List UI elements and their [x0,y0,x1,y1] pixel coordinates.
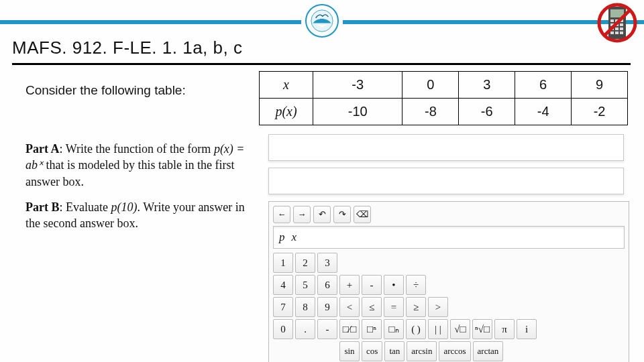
math-keypad: ← → ↶ ↷ ⌫ p x 1 2 3 4 5 6 + - • ÷ 7 8 9 … [268,201,629,362]
table-cell: -4 [515,99,572,125]
backspace-button[interactable]: ⌫ [354,206,371,223]
key-cos[interactable]: cos [362,341,382,361]
svg-rect-11 [620,27,623,30]
key-gt[interactable]: > [428,297,448,317]
svg-rect-3 [610,19,614,22]
table-row: p(x) -10 -8 -6 -4 -2 [260,99,628,125]
table-cell: 6 [515,72,572,99]
undo-button[interactable]: ↶ [313,206,331,223]
key-5[interactable]: 5 [295,275,315,295]
keypad-row: 0 . - □⁄□ □ⁿ □ₙ ( ) | | √□ ⁿ√□ π i [273,319,625,339]
key-divide[interactable]: ÷ [406,275,426,295]
key-7[interactable]: 7 [273,297,293,317]
key-arccos[interactable]: arccos [439,341,470,361]
key-arctan[interactable]: arctan [473,341,504,361]
key-sqrt[interactable]: √□ [450,319,470,339]
part-a-text2: that is modeled by this table in the fir… [25,158,234,188]
keypad-row: 4 5 6 + - • ÷ [273,275,625,295]
row-label-x: x [260,72,313,99]
standard-code: MAFS. 912. F-LE. 1. 1a, b, c [12,38,242,58]
part-a: Part A: Write the function of the form p… [25,141,254,190]
key-abs[interactable]: | | [428,319,448,339]
table-cell: -10 [313,99,402,125]
keypad-grid: 1 2 3 4 5 6 + - • ÷ 7 8 9 < ≤ = ≥ > 0 . … [269,253,629,362]
entry-token: x [292,231,297,244]
answer-box-1[interactable] [268,134,624,161]
key-lt[interactable]: < [339,297,360,317]
part-b-text: : Evaluate [59,200,111,214]
no-calculator-icon [597,3,637,43]
key-fraction[interactable]: □⁄□ [339,319,360,339]
question-parts: Part A: Write the function of the form p… [25,141,254,241]
row-label-px: p(x) [260,99,313,125]
function-table: x -3 0 3 6 9 p(x) -10 -8 -6 -4 -2 [259,71,628,125]
key-arcsin[interactable]: arcsin [407,341,437,361]
title-underline [12,63,631,65]
svg-rect-10 [615,27,619,30]
district-logo-icon [305,4,339,38]
key-3[interactable]: 3 [317,253,337,273]
answer-box-2[interactable] [268,168,624,194]
key-plus[interactable]: + [339,275,360,295]
table-cell: 3 [459,72,515,99]
key-neg[interactable]: - [317,319,337,339]
key-subscript[interactable]: □ₙ [384,319,404,339]
keypad-toolbar: ← → ↶ ↷ ⌫ [269,202,629,226]
svg-rect-13 [615,32,619,34]
key-i[interactable]: i [517,319,537,339]
key-dot-op[interactable]: • [384,275,404,295]
key-2[interactable]: 2 [295,253,315,273]
key-decimal[interactable]: . [295,319,315,339]
key-pi[interactable]: π [494,319,515,339]
table-cell: 9 [572,72,628,99]
key-1[interactable]: 1 [273,253,293,273]
part-a-text: : Write the function of the form [59,142,213,156]
table-cell: -3 [313,72,402,99]
svg-rect-8 [620,23,623,26]
key-nroot[interactable]: ⁿ√□ [472,319,492,339]
key-8[interactable]: 8 [295,297,315,317]
key-sin[interactable]: sin [339,341,360,361]
table-cell: -2 [572,99,628,125]
key-minus[interactable]: - [362,275,382,295]
part-b-math: p(10) [111,200,137,214]
table-cell: -8 [402,99,459,125]
keypad-row: 1 2 3 [273,253,625,273]
key-6[interactable]: 6 [317,275,337,295]
prompt-text: Consider the following table: [25,83,186,98]
part-a-label: Part A [25,142,59,156]
key-parens[interactable]: ( ) [406,319,426,339]
key-0[interactable]: 0 [273,319,293,339]
svg-rect-14 [620,32,623,34]
nav-left-button[interactable]: ← [273,206,290,223]
entry-token: p [279,231,285,244]
keypad-entry[interactable]: p x [273,226,625,249]
redo-button[interactable]: ↷ [333,206,351,223]
key-power[interactable]: □ⁿ [362,319,382,339]
key-eq[interactable]: = [384,297,404,317]
key-le[interactable]: ≤ [362,297,382,317]
svg-rect-12 [610,32,614,34]
key-tan[interactable]: tan [384,341,405,361]
table-cell: -6 [459,99,515,125]
table-cell: 0 [402,72,459,99]
part-b: Part B: Evaluate p(10). Write your answe… [25,199,254,232]
part-b-label: Part B [25,200,59,214]
table-row: x -3 0 3 6 9 [260,72,628,99]
key-9[interactable]: 9 [317,297,337,317]
header-bar [0,15,644,29]
keypad-row: sin cos tan arcsin arccos arctan [339,341,625,361]
key-ge[interactable]: ≥ [406,297,426,317]
key-4[interactable]: 4 [273,275,293,295]
keypad-row: 7 8 9 < ≤ = ≥ > [273,297,625,317]
header-rule-left [0,20,301,24]
nav-right-button[interactable]: → [293,206,311,223]
